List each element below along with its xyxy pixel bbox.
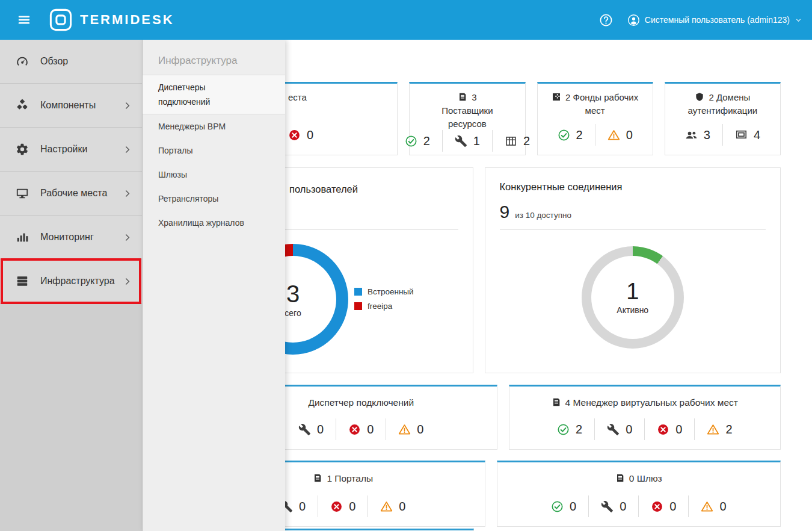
sidebar-item-workplaces[interactable]: Рабочие места (0, 172, 142, 216)
stat-wrench: 0 (594, 418, 644, 440)
stat-wrench: 0 (286, 418, 336, 440)
sidebar-item-settings[interactable]: Настройки (0, 128, 142, 172)
user-menu[interactable]: Системный пользователь (admin123) (627, 14, 802, 26)
flyout-item-connection-dispatchers[interactable]: Диспетчеры подключений (143, 75, 285, 114)
shield-icon (695, 92, 704, 102)
stat-value: 0 (570, 500, 576, 514)
stat-value: 0 (307, 128, 313, 142)
server-icon (458, 92, 467, 102)
user-icon (627, 14, 640, 26)
flyout-item-label: Ретрансляторы (158, 191, 218, 206)
donut-center-label: сего (285, 308, 301, 318)
infrastructure-flyout: Инфраструктура Диспетчеры подключенийМен… (142, 40, 285, 531)
wrench-icon (601, 500, 614, 513)
check-circle-icon (405, 135, 417, 148)
chevron-right-icon (122, 144, 132, 155)
card-title: Диспетчер подключений (308, 396, 414, 409)
stat-value: 0 (626, 423, 632, 436)
card-title: пользователей (289, 184, 358, 195)
stat-warning: 0 (386, 418, 435, 440)
legend-label: freeipa (368, 302, 392, 311)
card-title: 0 Шлюз (615, 472, 662, 485)
brand-title: TERMIDESK (80, 12, 174, 28)
help-icon[interactable] (599, 13, 613, 27)
monitoring-icon (16, 231, 29, 244)
warning-icon (701, 500, 713, 513)
connections-chart-card: Конкурентные соединения 9 из 10 доступно… (485, 167, 781, 373)
stat-value: 0 (317, 423, 324, 436)
card-title: 3 Поставщики ресурсов (416, 91, 518, 130)
sidebar-item-components[interactable]: Компоненты (0, 84, 142, 128)
donut-center-value: 1 (626, 280, 639, 304)
check-circle-icon (558, 129, 570, 141)
sidebar-item-overview[interactable]: Обзор (0, 40, 142, 84)
connections-summary: 9 из 10 доступно (500, 202, 571, 222)
connections-available-caption: из 10 доступно (515, 211, 571, 220)
wrench-icon (298, 423, 311, 436)
error-circle-icon (651, 500, 663, 513)
flyout-item-gateways[interactable]: Шлюзы (143, 163, 285, 187)
workplaces-icon (16, 187, 29, 200)
stat-error-circle: 0 (288, 124, 325, 146)
flyout-title: Инфраструктура (158, 55, 269, 67)
stat-value: 1 (473, 134, 480, 148)
frame-icon (735, 129, 748, 141)
sidebar-item-label: Обзор (40, 56, 132, 67)
legend-swatch (354, 288, 362, 296)
flyout-item-relays[interactable]: Ретрансляторы (143, 187, 285, 211)
chevron-right-icon (122, 188, 132, 199)
sidebar-item-infrastructure[interactable]: Инфраструктура (0, 259, 142, 303)
flyout-item-vdi-managers[interactable]: Менеджеры ВРМ (143, 114, 285, 138)
users-icon (685, 129, 698, 141)
stat-value: 2 (576, 423, 582, 436)
sidebar-item-monitoring[interactable]: Мониторинг (0, 216, 142, 259)
sidebar-item-label: Рабочие места (40, 188, 122, 199)
legend-item: freeipa (354, 302, 414, 311)
stats-row: 0 (288, 124, 325, 146)
dashboard-icon (16, 55, 29, 68)
gateway-status-card: 0 Шлюз0000 (497, 461, 781, 527)
stats-row: 2002 (545, 418, 745, 440)
chevron-right-icon (122, 101, 132, 111)
stat-wrench: 0 (588, 495, 638, 517)
components-icon (16, 99, 29, 112)
stats-row: 000 (286, 418, 435, 440)
users-legend: Встроенныйfreeipa (354, 287, 414, 311)
flyout-item-log-storages[interactable]: Хранилища журналов (143, 211, 285, 235)
stat-value: 0 (367, 423, 374, 436)
stat-value: 2 (423, 134, 430, 148)
server-icon (313, 473, 322, 483)
chevron-down-icon (795, 16, 802, 24)
check-circle-icon (551, 500, 564, 513)
stat-value: 0 (675, 423, 682, 436)
stat-value: 0 (626, 128, 633, 142)
stat-warning: 0 (688, 495, 738, 517)
flyout-item-label: Шлюзы (158, 167, 187, 182)
grid-icon (505, 135, 517, 148)
stat-users: 3 (673, 124, 722, 146)
stats-row: 000 (268, 495, 417, 517)
stat-value: 0 (719, 500, 726, 514)
flyout-item-portals[interactable]: Порталы (143, 138, 285, 163)
hamburger-menu-icon[interactable] (16, 13, 32, 26)
error-circle-icon (330, 500, 343, 513)
card-title: 4 Менеджер виртуальных рабочих мест (552, 396, 738, 409)
error-circle-icon (657, 423, 669, 436)
sidebar-item-label: Компоненты (40, 100, 122, 111)
legend-swatch (354, 302, 362, 310)
stats-row: 0000 (539, 495, 739, 517)
settings-icon (16, 143, 29, 156)
sidebar-item-label: Мониторинг (40, 232, 122, 243)
donut-center-value: 3 (286, 281, 300, 306)
stat-value: 0 (417, 423, 423, 436)
stat-value: 0 (620, 500, 626, 514)
stat-warning: 2 (694, 418, 744, 440)
connections-donut-chart: 1 Активно (582, 246, 684, 349)
resource-providers-card: 3 Поставщики ресурсов212 (409, 82, 525, 155)
flyout-item-label: Хранилища журналов (158, 216, 244, 230)
server-icon (552, 397, 561, 407)
connections-available-value: 9 (500, 202, 510, 222)
flyout-item-label: Менеджеры ВРМ (158, 119, 226, 134)
stat-error-circle: 0 (336, 418, 386, 440)
card-title: еста (288, 91, 307, 104)
